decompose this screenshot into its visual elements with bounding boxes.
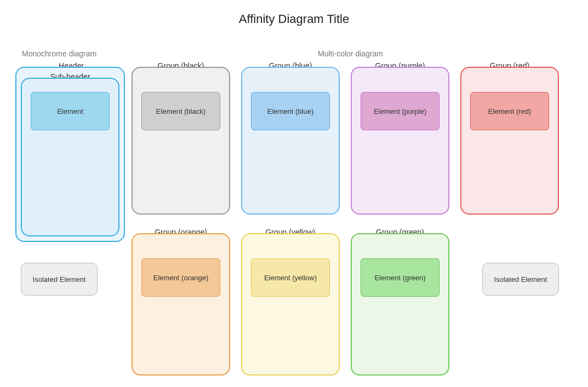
group-panel-blue: [241, 67, 340, 215]
isolated-element-right: Isolated Element: [482, 263, 559, 296]
element-purple: Element (purple): [361, 92, 439, 130]
element-yellow-label: Element (yellow): [264, 274, 317, 282]
group-panel-green: [351, 233, 449, 376]
group-panel-purple: [351, 67, 449, 215]
section-label-monochrome: Monochrome diagram: [22, 49, 96, 58]
group-panel-red: [460, 67, 559, 215]
element-purple-label: Element (purple): [374, 107, 426, 115]
isolated-element-left: Isolated Element: [21, 263, 98, 296]
element-green: Element (green): [361, 258, 439, 297]
page-title: Affinity Diagram Title: [0, 12, 588, 26]
isolated-element-right-label: Isolated Element: [494, 275, 547, 284]
section-label-multicolor: Multi-color diagram: [318, 49, 383, 58]
element-blue: Element (blue): [251, 92, 330, 130]
element-black-label: Element (black): [156, 107, 205, 115]
element-black: Element (black): [141, 92, 220, 130]
group-panel-orange: [132, 233, 230, 376]
group-panel-yellow: [241, 233, 340, 376]
element-blue-label: Element (blue): [267, 107, 314, 115]
element-orange: Element (orange): [141, 258, 220, 297]
element-yellow: Element (yellow): [251, 258, 330, 297]
element-green-label: Element (green): [374, 274, 425, 282]
isolated-element-left-label: Isolated Element: [33, 275, 86, 284]
element-red: Element (red): [470, 92, 549, 130]
group-panel-black: [132, 67, 230, 215]
element-red-label: Element (red): [488, 107, 532, 115]
element-mono: Element: [31, 92, 110, 130]
element-orange-label: Element (orange): [153, 274, 208, 282]
element-mono-label: Element: [57, 107, 83, 115]
